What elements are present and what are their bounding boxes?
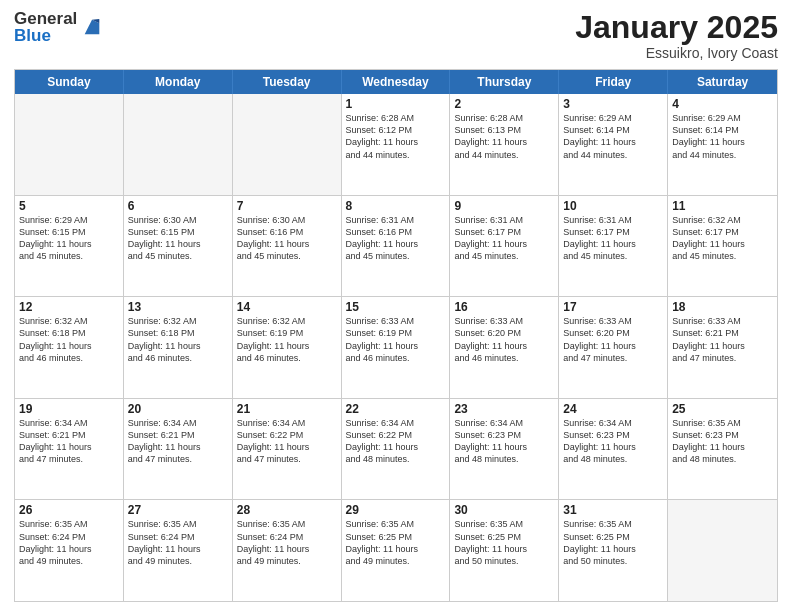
calendar-cell: 16Sunrise: 6:33 AM Sunset: 6:20 PM Dayli… (450, 297, 559, 398)
day-info: Sunrise: 6:29 AM Sunset: 6:14 PM Dayligh… (672, 112, 773, 161)
day-number: 17 (563, 300, 663, 314)
calendar-cell: 26Sunrise: 6:35 AM Sunset: 6:24 PM Dayli… (15, 500, 124, 601)
calendar-cell: 18Sunrise: 6:33 AM Sunset: 6:21 PM Dayli… (668, 297, 777, 398)
calendar-cell: 22Sunrise: 6:34 AM Sunset: 6:22 PM Dayli… (342, 399, 451, 500)
day-number: 26 (19, 503, 119, 517)
day-number: 24 (563, 402, 663, 416)
day-number: 27 (128, 503, 228, 517)
location-subtitle: Essuikro, Ivory Coast (575, 45, 778, 61)
calendar-cell: 10Sunrise: 6:31 AM Sunset: 6:17 PM Dayli… (559, 196, 668, 297)
day-number: 31 (563, 503, 663, 517)
calendar-cell: 6Sunrise: 6:30 AM Sunset: 6:15 PM Daylig… (124, 196, 233, 297)
day-info: Sunrise: 6:33 AM Sunset: 6:20 PM Dayligh… (563, 315, 663, 364)
calendar-cell (668, 500, 777, 601)
cal-header-cell: Sunday (15, 70, 124, 94)
header: General Blue January 2025 Essuikro, Ivor… (14, 10, 778, 61)
calendar-cell (233, 94, 342, 195)
day-number: 22 (346, 402, 446, 416)
day-info: Sunrise: 6:32 AM Sunset: 6:19 PM Dayligh… (237, 315, 337, 364)
day-number: 19 (19, 402, 119, 416)
day-number: 5 (19, 199, 119, 213)
calendar-row: 26Sunrise: 6:35 AM Sunset: 6:24 PM Dayli… (15, 499, 777, 601)
calendar-cell: 11Sunrise: 6:32 AM Sunset: 6:17 PM Dayli… (668, 196, 777, 297)
cal-header-cell: Wednesday (342, 70, 451, 94)
day-info: Sunrise: 6:34 AM Sunset: 6:22 PM Dayligh… (346, 417, 446, 466)
day-info: Sunrise: 6:34 AM Sunset: 6:21 PM Dayligh… (19, 417, 119, 466)
logo-text: General Blue (14, 10, 77, 44)
day-number: 2 (454, 97, 554, 111)
day-info: Sunrise: 6:28 AM Sunset: 6:12 PM Dayligh… (346, 112, 446, 161)
cal-header-cell: Saturday (668, 70, 777, 94)
day-number: 21 (237, 402, 337, 416)
calendar-cell: 5Sunrise: 6:29 AM Sunset: 6:15 PM Daylig… (15, 196, 124, 297)
calendar-cell: 9Sunrise: 6:31 AM Sunset: 6:17 PM Daylig… (450, 196, 559, 297)
day-number: 15 (346, 300, 446, 314)
month-title: January 2025 (575, 10, 778, 45)
calendar-cell: 24Sunrise: 6:34 AM Sunset: 6:23 PM Dayli… (559, 399, 668, 500)
calendar-cell: 17Sunrise: 6:33 AM Sunset: 6:20 PM Dayli… (559, 297, 668, 398)
calendar-row: 12Sunrise: 6:32 AM Sunset: 6:18 PM Dayli… (15, 296, 777, 398)
calendar-cell: 8Sunrise: 6:31 AM Sunset: 6:16 PM Daylig… (342, 196, 451, 297)
day-number: 18 (672, 300, 773, 314)
day-number: 10 (563, 199, 663, 213)
day-info: Sunrise: 6:31 AM Sunset: 6:17 PM Dayligh… (563, 214, 663, 263)
day-info: Sunrise: 6:29 AM Sunset: 6:15 PM Dayligh… (19, 214, 119, 263)
calendar-header-row: SundayMondayTuesdayWednesdayThursdayFrid… (15, 70, 777, 94)
day-info: Sunrise: 6:34 AM Sunset: 6:21 PM Dayligh… (128, 417, 228, 466)
calendar-cell: 30Sunrise: 6:35 AM Sunset: 6:25 PM Dayli… (450, 500, 559, 601)
day-info: Sunrise: 6:34 AM Sunset: 6:23 PM Dayligh… (454, 417, 554, 466)
calendar-cell: 1Sunrise: 6:28 AM Sunset: 6:12 PM Daylig… (342, 94, 451, 195)
calendar-cell (15, 94, 124, 195)
calendar-row: 19Sunrise: 6:34 AM Sunset: 6:21 PM Dayli… (15, 398, 777, 500)
calendar-cell: 20Sunrise: 6:34 AM Sunset: 6:21 PM Dayli… (124, 399, 233, 500)
day-number: 30 (454, 503, 554, 517)
calendar-cell: 21Sunrise: 6:34 AM Sunset: 6:22 PM Dayli… (233, 399, 342, 500)
day-info: Sunrise: 6:35 AM Sunset: 6:25 PM Dayligh… (346, 518, 446, 567)
day-number: 25 (672, 402, 773, 416)
day-number: 23 (454, 402, 554, 416)
cal-header-cell: Thursday (450, 70, 559, 94)
day-number: 16 (454, 300, 554, 314)
day-info: Sunrise: 6:32 AM Sunset: 6:18 PM Dayligh… (19, 315, 119, 364)
day-info: Sunrise: 6:33 AM Sunset: 6:19 PM Dayligh… (346, 315, 446, 364)
day-number: 1 (346, 97, 446, 111)
day-number: 14 (237, 300, 337, 314)
day-number: 13 (128, 300, 228, 314)
day-number: 7 (237, 199, 337, 213)
day-number: 12 (19, 300, 119, 314)
calendar-cell: 31Sunrise: 6:35 AM Sunset: 6:25 PM Dayli… (559, 500, 668, 601)
day-number: 28 (237, 503, 337, 517)
cal-header-cell: Friday (559, 70, 668, 94)
day-info: Sunrise: 6:35 AM Sunset: 6:24 PM Dayligh… (128, 518, 228, 567)
logo-icon (81, 16, 103, 38)
calendar-cell: 3Sunrise: 6:29 AM Sunset: 6:14 PM Daylig… (559, 94, 668, 195)
calendar-cell: 14Sunrise: 6:32 AM Sunset: 6:19 PM Dayli… (233, 297, 342, 398)
day-number: 4 (672, 97, 773, 111)
day-number: 8 (346, 199, 446, 213)
calendar-cell: 29Sunrise: 6:35 AM Sunset: 6:25 PM Dayli… (342, 500, 451, 601)
day-info: Sunrise: 6:35 AM Sunset: 6:25 PM Dayligh… (563, 518, 663, 567)
day-info: Sunrise: 6:35 AM Sunset: 6:24 PM Dayligh… (237, 518, 337, 567)
day-info: Sunrise: 6:29 AM Sunset: 6:14 PM Dayligh… (563, 112, 663, 161)
calendar-body: 1Sunrise: 6:28 AM Sunset: 6:12 PM Daylig… (15, 94, 777, 601)
day-info: Sunrise: 6:33 AM Sunset: 6:21 PM Dayligh… (672, 315, 773, 364)
day-info: Sunrise: 6:34 AM Sunset: 6:23 PM Dayligh… (563, 417, 663, 466)
calendar-cell: 27Sunrise: 6:35 AM Sunset: 6:24 PM Dayli… (124, 500, 233, 601)
calendar-row: 5Sunrise: 6:29 AM Sunset: 6:15 PM Daylig… (15, 195, 777, 297)
calendar-cell: 2Sunrise: 6:28 AM Sunset: 6:13 PM Daylig… (450, 94, 559, 195)
day-info: Sunrise: 6:35 AM Sunset: 6:24 PM Dayligh… (19, 518, 119, 567)
day-number: 6 (128, 199, 228, 213)
day-info: Sunrise: 6:32 AM Sunset: 6:17 PM Dayligh… (672, 214, 773, 263)
logo-general: General (14, 10, 77, 27)
calendar-cell: 7Sunrise: 6:30 AM Sunset: 6:16 PM Daylig… (233, 196, 342, 297)
day-info: Sunrise: 6:28 AM Sunset: 6:13 PM Dayligh… (454, 112, 554, 161)
day-number: 11 (672, 199, 773, 213)
logo: General Blue (14, 10, 103, 44)
cal-header-cell: Monday (124, 70, 233, 94)
day-info: Sunrise: 6:35 AM Sunset: 6:25 PM Dayligh… (454, 518, 554, 567)
page: General Blue January 2025 Essuikro, Ivor… (0, 0, 792, 612)
day-number: 3 (563, 97, 663, 111)
calendar-cell: 15Sunrise: 6:33 AM Sunset: 6:19 PM Dayli… (342, 297, 451, 398)
day-number: 20 (128, 402, 228, 416)
calendar-cell: 19Sunrise: 6:34 AM Sunset: 6:21 PM Dayli… (15, 399, 124, 500)
